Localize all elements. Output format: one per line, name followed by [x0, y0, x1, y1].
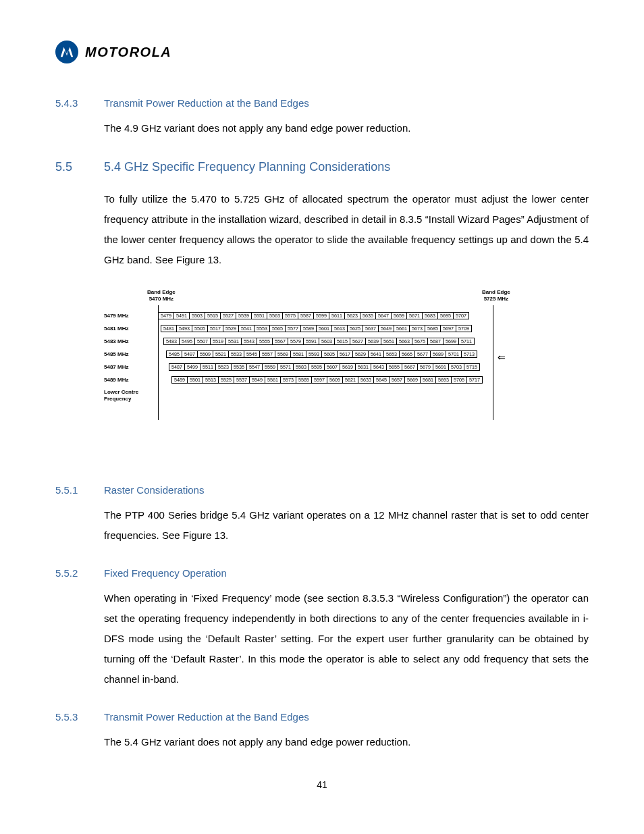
frequency-cell: 5619	[340, 363, 356, 371]
frequency-cell: 5599	[313, 312, 329, 319]
frequency-cells: 5485549755095521553355455557556955815593…	[166, 350, 477, 358]
frequency-cell: 5705	[451, 376, 467, 384]
frequency-cell: 5709	[456, 325, 472, 332]
frequency-cell: 5485	[166, 350, 182, 358]
section-number: 5.5.2	[55, 567, 85, 579]
frequency-cell: 5543	[241, 338, 257, 345]
frequency-cell: 5649	[378, 325, 394, 332]
lower-centre-frequency-label: Lower CentreFrequency	[104, 389, 151, 403]
frequency-row: 5489 MHz54895501551355255537554955615573…	[104, 376, 589, 384]
frequency-cell: 5627	[350, 338, 366, 345]
section-number: 5.5.1	[55, 484, 85, 496]
section-title: 5.4 GHz Specific Frequency Planning Cons…	[104, 160, 390, 174]
section-number: 5.5.3	[55, 711, 85, 723]
frequency-cell: 5667	[402, 363, 418, 371]
frequency-cell: 5545	[244, 350, 260, 358]
frequency-cell: 5631	[355, 363, 371, 371]
frequency-cell: 5651	[381, 338, 397, 345]
frequency-cell: 5539	[236, 312, 252, 319]
frequency-cell: 5595	[308, 363, 325, 371]
frequency-cell: 5569	[275, 350, 291, 358]
frequency-cell: 5681	[420, 376, 436, 384]
frequency-cell: 5523	[215, 363, 232, 371]
frequency-cell: 5549	[249, 376, 265, 384]
frequency-raster-figure: Band Edge5470 MHz Band Edge5725 MHz ⇐ 54…	[104, 292, 589, 403]
section-title: Transmit Power Reduction at the Band Edg…	[104, 97, 309, 109]
frequency-cell: 5537	[234, 376, 250, 384]
frequency-cell: 5527	[220, 312, 236, 319]
frequency-row: 5479 MHz54795491550355155527553955515563…	[104, 312, 589, 319]
frequency-cell: 5525	[218, 376, 234, 384]
section-title: Transmit Power Reduction at the Band Edg…	[104, 711, 309, 723]
frequency-cell: 5491	[173, 312, 190, 319]
frequency-cell: 5507	[194, 338, 211, 345]
frequency-cell: 5557	[259, 350, 275, 358]
frequency-cell: 5677	[414, 350, 431, 358]
frequency-cell: 5713	[461, 350, 477, 358]
frequency-cell: 5575	[282, 312, 298, 319]
frequency-cell: 5493	[176, 325, 192, 332]
frequency-cell: 5519	[210, 338, 226, 345]
frequency-cell: 5497	[182, 350, 198, 358]
frequency-cells: 5483549555075519553155435555556755795591…	[163, 338, 475, 345]
frequency-cell: 5703	[448, 363, 464, 371]
frequency-cell: 5605	[321, 350, 338, 358]
frequency-cell: 5623	[344, 312, 360, 319]
frequency-cell: 5555	[257, 338, 273, 345]
frequency-row: 5485 MHz54855497550955215533554555575569…	[104, 350, 589, 358]
frequency-cell: 5481	[161, 325, 177, 332]
section-header-553: 5.5.3 Transmit Power Reduction at the Ba…	[55, 711, 589, 723]
frequency-cell: 5637	[363, 325, 379, 332]
section-number: 5.5	[55, 160, 85, 174]
section-header-543: 5.4.3 Transmit Power Reduction at the Ba…	[55, 97, 589, 109]
frequency-row: 5483 MHz54835495550755195531554355555567…	[104, 338, 589, 345]
section-body-543: The 4.9 GHz variant does not apply any b…	[104, 118, 589, 138]
frequency-cell: 5701	[446, 350, 462, 358]
frequency-cell: 5501	[187, 376, 203, 384]
band-edge-left-label: Band Edge5470 MHz	[147, 289, 176, 303]
frequency-cell: 5565	[269, 325, 286, 332]
frequency-cell: 5635	[360, 312, 376, 319]
frequency-cell: 5577	[285, 325, 301, 332]
frequency-cell: 5561	[265, 376, 281, 384]
frequency-cell: 5495	[179, 338, 195, 345]
frequency-cell: 5685	[425, 325, 441, 332]
frequency-cell: 5521	[213, 350, 229, 358]
section-header-551: 5.5.1 Raster Considerations	[55, 484, 589, 496]
frequency-cell: 5567	[272, 338, 288, 345]
frequency-cell: 5529	[223, 325, 239, 332]
frequency-cells: 5487549955115523553555475559557155835595…	[169, 363, 480, 371]
frequency-cell: 5571	[277, 363, 294, 371]
frequency-cell: 5615	[334, 338, 350, 345]
frequency-row-label: 5481 MHz	[104, 325, 140, 332]
frequency-cell: 5547	[246, 363, 263, 371]
frequency-cell: 5647	[375, 312, 392, 319]
frequency-cell: 5621	[342, 376, 358, 384]
frequency-cells: 5481549355055517552955415553556555775589…	[161, 325, 472, 332]
frequency-cell: 5657	[389, 376, 405, 384]
frequency-row-label: 5485 MHz	[104, 351, 140, 357]
frequency-cell: 5593	[306, 350, 322, 358]
frequency-cell: 5693	[435, 376, 452, 384]
frequency-cell: 5479	[158, 312, 174, 319]
frequency-cell: 5579	[288, 338, 304, 345]
motorola-logo-icon	[55, 41, 78, 63]
frequency-cells: 5479549155035515552755395551556355755587…	[158, 312, 469, 319]
frequency-cell: 5655	[386, 363, 402, 371]
band-edge-right-label: Band Edge5725 MHz	[482, 289, 510, 303]
frequency-cell: 5659	[391, 312, 407, 319]
frequency-cell: 5653	[383, 350, 400, 358]
frequency-cell: 5551	[251, 312, 267, 319]
frequency-cell: 5505	[192, 325, 208, 332]
frequency-cell: 5639	[365, 338, 381, 345]
frequency-cell: 5489	[171, 376, 188, 384]
page-number: 41	[55, 779, 589, 790]
frequency-cell: 5597	[311, 376, 327, 384]
frequency-cell: 5499	[184, 363, 200, 371]
frequency-cell: 5669	[404, 376, 421, 384]
frequency-cell: 5553	[254, 325, 270, 332]
frequency-cell: 5641	[368, 350, 384, 358]
frequency-cell: 5717	[466, 376, 483, 384]
section-header-552: 5.5.2 Fixed Frequency Operation	[55, 567, 589, 579]
frequency-cell: 5625	[347, 325, 363, 332]
